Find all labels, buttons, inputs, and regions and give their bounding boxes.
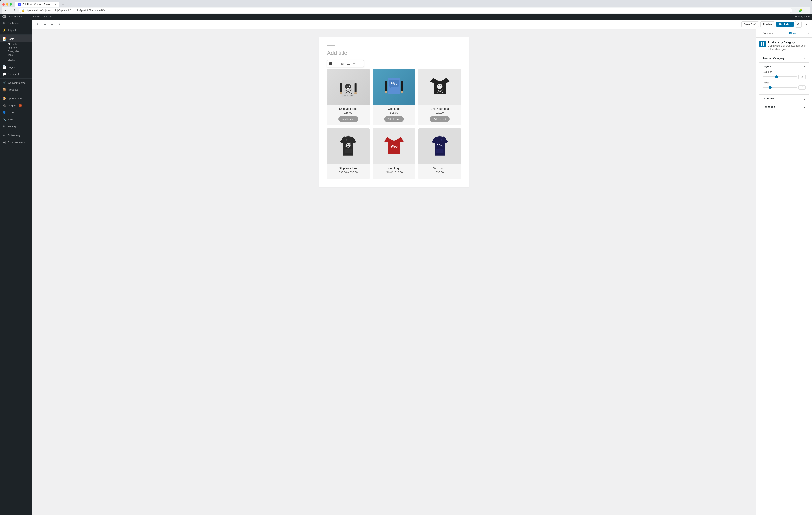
order-by-chevron: ∨ [804,97,806,100]
order-by-header[interactable]: Order By ∨ [759,95,809,103]
separator-line [327,45,335,46]
panel-tabs: Document Block × [756,29,812,37]
posts-icon: 📝 [2,37,6,41]
traffic-light-red[interactable] [2,3,5,6]
undo-button[interactable]: ↩ [41,21,48,28]
svg-text:SHIP YOUR IDEA: SHIP YOUR IDEA [344,95,353,96]
align-wide-btn[interactable]: ▬ [346,61,351,66]
block-info-button[interactable]: ℹ [56,21,62,28]
block-name: Products by Category [768,41,809,44]
product-card-4: Ship Your Idea £30.00 – £35.00 [327,128,370,179]
sidebar-sub-tags[interactable]: Tags [0,53,32,57]
panel-body: Products by Category Display a grid of p… [756,37,812,515]
editor-toolbar: ＋ ↩ ↪ ℹ ☰ Save Draft Preview Publish... … [32,20,812,29]
sidebar-item-settings[interactable]: ⚙ Settings [0,123,32,130]
sidebar-item-jetpack[interactable]: ⚡ Jetpack [0,27,32,34]
svg-point-28 [346,143,351,148]
product-category-header[interactable]: Product Category ∨ [759,54,809,62]
refresh-button[interactable]: ↻ [13,8,17,13]
back-button[interactable]: ‹ [4,8,7,12]
sidebar-label-woocommerce: WooCommerce [8,81,26,84]
columns-value-input[interactable] [799,74,806,79]
sidebar-item-pages[interactable]: 📄 Pages [0,63,32,70]
sidebar-label-comments: Comments [8,72,20,75]
browser-tab[interactable]: W Edit Post ‹ Outdoor Fin — Wo... × [15,2,59,7]
settings-toggle-button[interactable]: ⚙ [795,21,802,28]
add-to-cart-3[interactable]: Add to cart [430,116,450,122]
sidebar-item-collapse[interactable]: ◀ Collapse menu [0,139,32,146]
adminbar-site-name[interactable]: Outdoor Fin [9,15,22,18]
adminbar-view-post[interactable]: View Post [43,15,53,18]
more-options-button[interactable]: ⋮ [803,21,810,28]
forward-button[interactable]: › [8,8,11,12]
product-card-3: Ship Your Idea £20.00 Add to cart [418,69,461,125]
svg-text:Woo: Woo [391,82,397,85]
products-icon: 📦 [2,88,6,92]
sidebar-item-products[interactable]: 📦 Products [0,86,32,93]
add-block-button[interactable]: ＋ [34,21,41,28]
comments-icon: 💬 [2,72,6,76]
adminbar-howdy[interactable]: Howdy, demo [795,15,810,18]
edit-btn[interactable]: ✏ [352,61,357,66]
address-bar[interactable]: 🔒 https://outdoor-fin.jurassic.ninja/wp-… [19,8,792,13]
tab-label: Edit Post ‹ Outdoor Fin — Wo... [22,3,53,6]
advanced-header[interactable]: Advanced ∨ [759,103,809,111]
wp-adminbar: W Outdoor Fin 🗨 1 + New View Post Howdy,… [0,13,812,20]
sidebar-item-dashboard[interactable]: ⊞ Dashboard [0,20,32,27]
post-title[interactable]: Add title [327,50,461,56]
new-tab-button[interactable]: + [60,2,65,7]
block-tab[interactable]: Block [781,29,805,37]
users-icon: 👤 [2,111,6,115]
add-to-cart-1[interactable]: Add to cart [339,116,358,122]
traffic-light-green[interactable] [9,3,12,6]
order-by-section: Order By ∨ [759,94,809,103]
rows-value-input[interactable] [799,85,806,90]
layout-title: Layout [763,65,771,68]
sidebar-item-gutenberg[interactable]: ✏ Gutenberg [0,132,32,139]
svg-point-29 [347,144,348,145]
svg-rect-36 [761,42,762,44]
align-center-btn[interactable]: ≡ [334,61,339,66]
sidebar-sub-add-new[interactable]: Add New [0,46,32,50]
publish-button[interactable]: Publish... [777,22,793,27]
sidebar-item-posts[interactable]: 📝 Posts [0,35,32,42]
preview-button[interactable]: Preview [760,21,775,27]
sidebar-item-plugins[interactable]: 🔌 Plugins 1 [0,102,32,109]
sidebar: ⊞ Dashboard ⚡ Jetpack 📝 Posts All Posts … [0,20,32,515]
align-right-btn[interactable]: ▤ [340,61,345,66]
advanced-chevron: ∨ [804,105,806,109]
svg-rect-9 [355,83,357,93]
product-card-6: Woo Woo Logo £35.00 [418,128,461,179]
adminbar-comments[interactable]: 🗨 1 [25,15,29,18]
panel-close-button[interactable]: × [805,29,812,37]
block-more-btn[interactable]: ⋮ [358,61,363,66]
align-left-btn[interactable]: ⬛ [328,61,333,66]
rows-slider[interactable] [763,87,797,88]
save-draft-button[interactable]: Save Draft [742,21,759,27]
layout-header[interactable]: Layout ∧ [759,63,809,70]
add-to-cart-2[interactable]: Add to cart [384,116,404,122]
editor-content: Add title ⬛ ≡ ▤ ▬ ✏ ⋮ [32,29,812,515]
editor-document[interactable]: Add title ⬛ ≡ ▤ ▬ ✏ ⋮ [319,37,469,187]
tab-close-button[interactable]: × [55,3,56,6]
product-name-4: Ship Your Idea [327,167,370,170]
jetpack-icon: ⚡ [2,28,6,32]
sidebar-item-woocommerce[interactable]: 🛒 WooCommerce [0,79,32,86]
sidebar-item-media[interactable]: 🖼 Media [0,57,32,63]
sidebar-sub-all-posts[interactable]: All Posts [0,42,32,46]
redo-button[interactable]: ↪ [49,21,55,28]
sidebar-sub-categories[interactable]: Categories [0,50,32,53]
bookmark-icon[interactable]: ☆ [794,8,798,12]
sidebar-item-comments[interactable]: 💬 Comments [0,70,32,78]
extension-icon[interactable]: 🧩 [799,8,803,12]
adminbar-new[interactable]: + New [33,15,39,18]
sidebar-item-tools[interactable]: 🔧 Tools [0,116,32,123]
list-view-button[interactable]: ☰ [63,21,69,28]
sidebar-item-users[interactable]: 👤 Users [0,109,32,116]
columns-slider[interactable] [763,76,797,77]
more-icon[interactable]: ⋮ [804,8,808,12]
sidebar-item-appearance[interactable]: 🎨 Appearance [0,95,32,102]
document-tab[interactable]: Document [756,29,781,37]
traffic-light-yellow[interactable] [6,3,8,6]
wp-logo[interactable]: W [2,15,6,19]
